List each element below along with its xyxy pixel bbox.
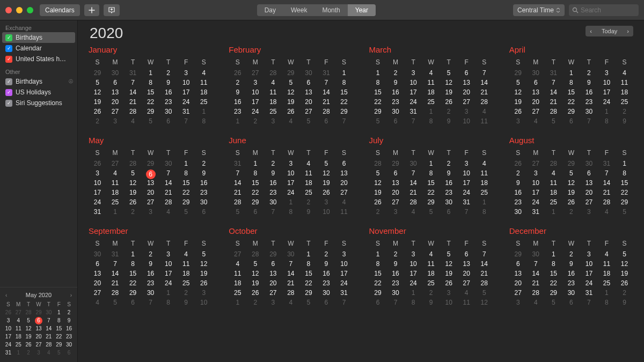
day-cell[interactable]: 22 [562, 98, 580, 108]
day-cell[interactable]: 8 [562, 79, 580, 88]
day-cell[interactable]: 4 [598, 250, 616, 260]
day-cell[interactable]: 28 [106, 289, 124, 299]
day-cell[interactable]: 7 [458, 208, 475, 218]
day-cell[interactable]: 15 [142, 88, 159, 98]
calendar-checkbox[interactable]: ✓ [5, 45, 12, 52]
day-cell[interactable]: 14 [475, 260, 493, 270]
day-cell[interactable]: 1 [598, 289, 616, 299]
day-cell[interactable]: 1 [562, 69, 580, 79]
day-cell[interactable]: 29 [142, 160, 159, 169]
day-cell[interactable]: 28 [124, 108, 142, 117]
day-cell[interactable]: 9 [264, 169, 282, 179]
day-cell[interactable]: 29 [369, 289, 387, 299]
day-cell[interactable]: 19 [440, 88, 458, 98]
day-cell[interactable]: 20 [89, 279, 106, 289]
day-cell[interactable]: 14 [159, 179, 177, 189]
day-cell[interactable]: 18 [422, 270, 440, 279]
day-cell[interactable]: 8 [405, 299, 422, 308]
day-cell[interactable]: 25 [616, 98, 633, 108]
day-cell[interactable]: 6 [195, 208, 213, 218]
day-cell[interactable]: 8 [545, 260, 562, 270]
calendar-checkbox[interactable]: ✓ [5, 78, 12, 85]
day-cell[interactable]: 18 [177, 270, 195, 279]
day-cell[interactable]: 29 [509, 69, 527, 79]
day-cell[interactable]: 1 [422, 160, 440, 169]
day-cell[interactable]: 12 [440, 79, 458, 88]
day-cell[interactable]: 2 [616, 108, 633, 117]
day-cell[interactable]: 28 [475, 98, 493, 108]
day-cell[interactable]: 3 [580, 250, 598, 260]
day-cell[interactable]: 6 [106, 79, 124, 88]
day-cell[interactable]: 23 [562, 279, 580, 289]
day-cell[interactable]: 1 [124, 250, 142, 260]
day-cell[interactable]: 20 [527, 98, 545, 108]
day-cell[interactable]: 6 [562, 117, 580, 127]
day-cell[interactable]: 5 [440, 69, 458, 79]
day-cell[interactable]: 7 [527, 260, 545, 270]
day-cell[interactable]: 28 [405, 198, 422, 208]
day-cell[interactable]: 5 [369, 169, 387, 179]
day-cell[interactable]: 17 [405, 270, 422, 279]
day-cell[interactable]: 17 [335, 270, 353, 279]
day-cell[interactable]: 4 [299, 160, 317, 169]
day-cell[interactable]: 5 [195, 250, 213, 260]
day-cell[interactable]: 29 [369, 108, 387, 117]
day-cell[interactable]: 10 [405, 79, 422, 88]
day-cell[interactable]: 28 [545, 108, 562, 117]
day-cell[interactable]: 8 [124, 260, 142, 270]
mini-day[interactable]: 20 [34, 333, 44, 341]
day-cell[interactable]: 2 [509, 169, 527, 179]
day-cell[interactable]: 24 [405, 98, 422, 108]
day-cell[interactable]: 21 [229, 189, 246, 198]
day-cell[interactable]: 11 [458, 299, 475, 308]
mini-day[interactable]: 3 [34, 349, 44, 357]
day-cell[interactable]: 20 [335, 179, 353, 189]
calendars-toggle-button[interactable]: Calendars [40, 4, 80, 16]
day-cell[interactable]: 16 [229, 98, 246, 108]
day-cell[interactable]: 10 [527, 179, 545, 189]
day-cell[interactable]: 9 [387, 79, 405, 88]
day-cell[interactable]: 14 [475, 79, 493, 88]
day-cell[interactable]: 8 [369, 79, 387, 88]
day-cell[interactable]: 3 [264, 299, 282, 308]
day-cell[interactable]: 7 [580, 299, 598, 308]
day-cell[interactable]: 21 [475, 88, 493, 98]
day-cell[interactable]: 4 [335, 198, 353, 208]
day-cell[interactable]: 21 [282, 279, 299, 289]
day-cell[interactable]: 18 [545, 189, 562, 198]
day-cell[interactable]: 1 [422, 108, 440, 117]
day-cell[interactable]: 31 [580, 289, 598, 299]
day-cell[interactable]: 11 [616, 79, 633, 88]
day-cell[interactable]: 31 [124, 69, 142, 79]
day-cell[interactable]: 19 [440, 270, 458, 279]
day-cell[interactable]: 26 [89, 160, 106, 169]
day-cell[interactable]: 4 [422, 69, 440, 79]
day-cell[interactable]: 26 [282, 108, 299, 117]
sidebar-calendar-item[interactable]: ✓Calendar [0, 43, 77, 54]
day-cell[interactable]: 14 [598, 179, 616, 189]
day-cell[interactable]: 25 [229, 289, 246, 299]
day-cell[interactable]: 18 [195, 88, 213, 98]
day-cell[interactable]: 19 [282, 98, 299, 108]
day-cell[interactable]: 22 [422, 189, 440, 198]
mini-day[interactable]: 8 [54, 316, 64, 324]
day-cell[interactable]: 2 [195, 160, 213, 169]
day-cell[interactable]: 16 [317, 270, 335, 279]
day-cell[interactable]: 7 [264, 208, 282, 218]
day-cell[interactable]: 13 [264, 270, 282, 279]
day-cell[interactable]: 24 [580, 279, 598, 289]
day-cell[interactable]: 14 [545, 88, 562, 98]
day-cell[interactable]: 26 [509, 108, 527, 117]
search-field[interactable] [569, 4, 639, 16]
mini-day[interactable]: 28 [24, 308, 34, 316]
day-cell[interactable]: 3 [142, 208, 159, 218]
day-cell[interactable]: 19 [89, 98, 106, 108]
day-cell[interactable]: 22 [616, 189, 633, 198]
day-cell[interactable]: 26 [440, 98, 458, 108]
day-cell[interactable]: 25 [264, 108, 282, 117]
day-cell[interactable]: 6 [142, 169, 159, 179]
mini-day[interactable]: 29 [54, 341, 64, 349]
day-cell[interactable]: 27 [106, 160, 124, 169]
day-cell[interactable]: 13 [458, 260, 475, 270]
day-cell[interactable]: 9 [616, 299, 633, 308]
